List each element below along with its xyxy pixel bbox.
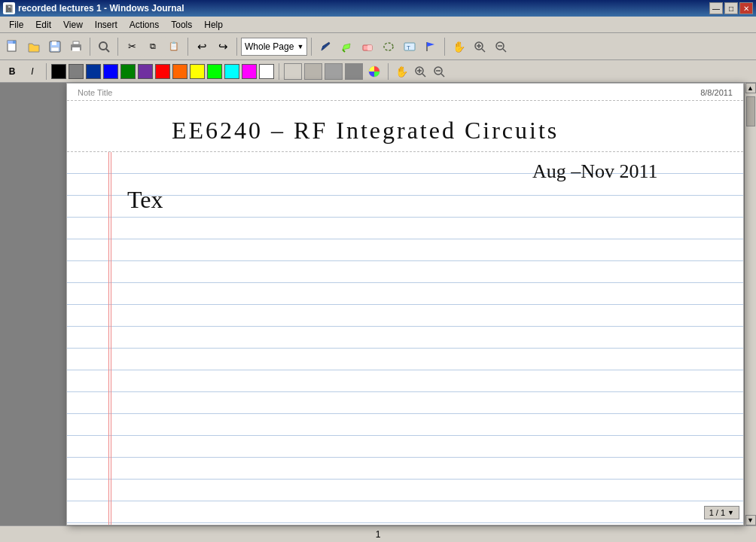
app-icon: 📓 [3,2,15,14]
color-white[interactable] [259,64,274,79]
format-separator-2 [279,63,279,80]
color-red[interactable] [155,64,170,79]
new-button[interactable] [3,37,23,56]
color-black[interactable] [51,64,66,79]
date-handwriting-svg: Aug –Nov 2011 [532,155,698,185]
color-purple[interactable] [138,64,153,79]
bold-button[interactable]: B [3,63,21,80]
svg-line-32 [441,74,444,77]
toolbar-separator-2 [117,38,118,56]
format-zoom-out-button[interactable] [431,63,447,80]
svg-rect-8 [73,41,79,44]
format-bar: B I ✋ [0,60,756,83]
color-picker-button[interactable] [365,63,383,80]
zoom-in-button[interactable] [470,37,489,56]
svg-rect-7 [72,47,80,51]
italic-button[interactable]: I [23,63,41,80]
shape-square-filled[interactable] [325,63,343,80]
menu-tools[interactable]: Tools [165,18,198,32]
toolbar-separator-6 [444,38,445,56]
svg-rect-1 [8,41,13,44]
content-handwriting-svg: Tex [127,181,187,214]
zoom-dropdown[interactable]: Whole Page ▼ [241,38,307,56]
pan-button[interactable]: ✋ [449,37,468,56]
lined-content-area[interactable]: Aug –Nov 2011 Tex [67,152,743,525]
menu-edit[interactable]: Edit [29,18,57,32]
svg-rect-14 [367,45,372,50]
main-area: Note Title 8/8/2011 EE6240 – RF Integrat… [0,83,756,525]
cut-button[interactable]: ✂ [122,37,142,56]
page-indicator: 1 / 1 ▼ [704,506,739,519]
scroll-up-arrow[interactable]: ▲ [745,83,756,93]
zoom-out-button[interactable] [491,37,511,56]
color-yellow[interactable] [190,64,205,79]
svg-text:EE6240 – RF Integrated Circuit: EE6240 – RF Integrated Circuits [172,117,559,144]
pen-tool-button[interactable] [316,37,335,56]
page-title-area: EE6240 – RF Integrated Circuits [67,101,743,152]
title-bar-controls[interactable]: — □ ✕ [709,2,753,14]
flag-button[interactable] [421,37,440,56]
undo-button[interactable]: ↩ [192,37,212,56]
open-button[interactable] [24,37,44,56]
eraser-button[interactable] [358,37,377,56]
color-blue[interactable] [103,64,118,79]
shape-square-outline[interactable] [284,63,302,80]
shape-square-small[interactable] [345,63,363,80]
lasso-button[interactable] [379,37,398,56]
insert-text-button[interactable]: T [400,37,419,56]
svg-line-12 [343,50,345,52]
menu-help[interactable]: Help [198,18,229,32]
format-pan-button[interactable]: ✋ [393,63,410,80]
toolbar-separator-4 [236,38,237,56]
color-orange[interactable] [172,64,187,79]
title-bar: 📓 recorded lectures 1 - Windows Journal … [0,0,756,17]
color-dark-gray[interactable] [69,64,84,79]
svg-marker-2 [13,41,16,44]
svg-rect-5 [51,47,59,51]
svg-line-28 [422,74,425,77]
right-scrollbar[interactable]: ▲ ▼ [744,83,756,525]
toolbar-separator-5 [311,38,312,56]
page-indicator-arrow: ▼ [727,509,734,516]
format-zoom-in-button[interactable] [412,63,428,80]
svg-text:Tex: Tex [127,186,163,213]
menu-actions[interactable]: Actions [123,18,165,32]
svg-line-10 [106,49,109,52]
close-button[interactable]: ✕ [739,2,753,14]
print-button[interactable] [66,37,86,56]
color-bright-green[interactable] [207,64,222,79]
scroll-thumb[interactable] [746,96,755,126]
paste-button[interactable]: 📋 [164,37,184,56]
maximize-button[interactable]: □ [724,2,738,14]
highlighter-button[interactable] [337,37,356,56]
page-number: 1 / 1 [709,508,725,517]
redo-button[interactable]: ↪ [213,37,233,56]
margin-line [108,152,109,525]
svg-rect-4 [52,41,56,45]
note-title-area: Note Title 8/8/2011 [67,84,743,101]
status-page-number: 1 [376,529,381,540]
color-dark-green[interactable] [120,64,136,79]
color-cyan[interactable] [224,64,239,79]
page-title-svg: EE6240 – RF Integrated Circuits [111,107,699,148]
format-separator-3 [388,63,389,80]
note-date: 8/8/2011 [700,88,733,97]
toolbar-separator-3 [187,38,188,56]
svg-line-24 [503,49,506,52]
copy-button[interactable]: ⧉ [143,37,163,56]
zoom-dropdown-value: Whole Page [245,41,294,52]
minimize-button[interactable]: — [709,2,723,14]
menu-file[interactable]: File [3,18,29,32]
menu-insert[interactable]: Insert [89,18,123,32]
menu-view[interactable]: View [57,18,89,32]
save-button[interactable] [45,37,65,56]
shape-square-filled-light[interactable] [304,63,322,80]
svg-point-15 [384,43,393,50]
find-button[interactable] [94,37,114,56]
scroll-down-arrow[interactable]: ▼ [745,515,756,525]
color-magenta[interactable] [242,64,257,79]
color-dark-blue[interactable] [86,64,101,79]
toolbar-separator-1 [90,38,90,56]
journal-page[interactable]: Note Title 8/8/2011 EE6240 – RF Integrat… [66,83,744,525]
window-title: recorded lectures 1 - Windows Journal [18,3,184,14]
